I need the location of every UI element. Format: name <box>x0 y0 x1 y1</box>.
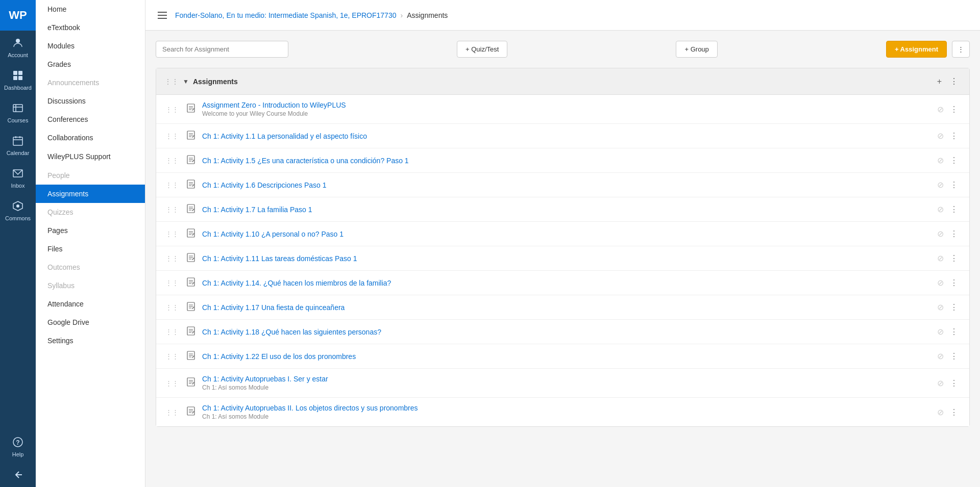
row-drag-handle[interactable]: ⋮⋮ <box>164 180 180 190</box>
row-drag-handle[interactable]: ⋮⋮ <box>164 302 180 312</box>
row-more-button[interactable]: ⋮ <box>947 228 961 240</box>
sidebar-item-calendar[interactable]: Calendar <box>0 129 36 161</box>
assignment-type-icon <box>185 406 197 418</box>
row-drag-handle[interactable]: ⋮⋮ <box>164 378 180 388</box>
row-drag-handle[interactable]: ⋮⋮ <box>164 204 180 214</box>
row-more-button[interactable]: ⋮ <box>947 277 961 289</box>
section-more-button[interactable]: ⋮ <box>947 74 961 88</box>
row-drag-handle[interactable]: ⋮⋮ <box>164 407 180 417</box>
svg-text:?: ? <box>16 439 19 446</box>
row-more-button[interactable]: ⋮ <box>947 179 961 191</box>
assignment-button[interactable]: + Assignment <box>886 41 947 58</box>
row-drag-handle[interactable]: ⋮⋮ <box>164 253 180 263</box>
sidebar-item-account[interactable]: Account <box>0 31 36 63</box>
row-drag-handle[interactable]: ⋮⋮ <box>164 105 180 114</box>
row-actions: ⊘ ⋮ <box>937 228 961 240</box>
row-more-button[interactable]: ⋮ <box>947 377 961 389</box>
sidebar-item-attendance[interactable]: Attendance <box>36 295 145 313</box>
table-row: ⋮⋮ Ch 1: Activity 1.17 Una fiesta de qui… <box>156 295 969 320</box>
row-drag-handle[interactable]: ⋮⋮ <box>164 327 180 337</box>
section-add-button[interactable]: + <box>934 75 945 88</box>
row-drag-handle[interactable]: ⋮⋮ <box>164 278 180 288</box>
row-more-button[interactable]: ⋮ <box>947 326 961 338</box>
row-more-button[interactable]: ⋮ <box>947 104 961 115</box>
row-more-button[interactable]: ⋮ <box>947 203 961 215</box>
row-more-button[interactable]: ⋮ <box>947 301 961 313</box>
assignment-name[interactable]: Ch 1: Activity 1.17 Una fiesta de quince… <box>202 303 932 312</box>
sidebar-item-dashboard[interactable]: Dashboard <box>0 63 36 96</box>
row-drag-handle[interactable]: ⋮⋮ <box>164 351 180 361</box>
sidebar-item-pages[interactable]: Pages <box>36 221 145 240</box>
assignment-info: Ch 1: Activity 1.18 ¿Qué hacen las sigui… <box>202 328 932 336</box>
group-button[interactable]: + Group <box>676 41 717 58</box>
assignment-name[interactable]: Ch 1: Activity Autopruebas I. Ser y esta… <box>202 375 932 383</box>
table-row: ⋮⋮ Ch 1: Activity 1.11 Las tareas domést… <box>156 246 969 271</box>
svg-point-0 <box>16 39 20 43</box>
table-row: ⋮⋮ Ch 1: Activity 1.10 ¿A personal o no?… <box>156 222 969 246</box>
assignment-name[interactable]: Ch 1: Activity 1.6 Descripciones Paso 1 <box>202 181 932 189</box>
row-actions: ⊘ ⋮ <box>937 377 961 389</box>
section-toggle[interactable]: ▼ <box>183 78 189 85</box>
row-more-button[interactable]: ⋮ <box>947 350 961 362</box>
sidebar-collapse-btn[interactable] <box>0 463 36 487</box>
sidebar-item-inbox[interactable]: Inbox <box>0 161 36 194</box>
row-drag-handle[interactable]: ⋮⋮ <box>164 131 180 141</box>
sidebar-item-google-drive[interactable]: Google Drive <box>36 313 145 331</box>
row-actions: ⊘ ⋮ <box>937 277 961 289</box>
assignment-name[interactable]: Ch 1: Activity 1.7 La familia Paso 1 <box>202 206 932 214</box>
more-options-button[interactable]: ⋮ <box>952 41 970 58</box>
sidebar-item-commons[interactable]: Commons <box>0 194 36 226</box>
sidebar-item-people: People <box>36 166 145 185</box>
sidebar-item-home[interactable]: Home <box>36 0 145 18</box>
sidebar-item-etextbook[interactable]: eTextbook <box>36 18 145 37</box>
row-actions: ⊘ ⋮ <box>937 104 961 115</box>
no-submission-icon: ⊘ <box>937 278 944 288</box>
hamburger-button[interactable] <box>156 10 169 21</box>
sidebar-item-grades[interactable]: Grades <box>36 55 145 73</box>
sidebar-item-files[interactable]: Files <box>36 240 145 258</box>
sidebar-item-settings[interactable]: Settings <box>36 331 145 350</box>
row-more-button[interactable]: ⋮ <box>947 252 961 264</box>
sidebar-item-assignments[interactable]: Assignments <box>36 185 145 203</box>
assignment-subtitle: Ch 1: Así somos Module <box>202 384 932 391</box>
sidebar-item-conferences[interactable]: Conferences <box>36 110 145 129</box>
quiz-test-button[interactable]: + Quiz/Test <box>457 41 507 58</box>
sidebar-item-courses[interactable]: Courses <box>0 96 36 129</box>
breadcrumb: Fonder-Solano, En tu medio: Intermediate… <box>175 11 448 19</box>
table-row: ⋮⋮ Ch 1: Activity Autopruebas I. Ser y e… <box>156 369 969 398</box>
row-drag-handle[interactable]: ⋮⋮ <box>164 229 180 239</box>
app-logo[interactable]: WP <box>0 0 36 31</box>
sidebar-item-discussions[interactable]: Discussions <box>36 92 145 110</box>
section-drag-handle[interactable]: ⋮⋮ <box>164 78 179 86</box>
assignment-name[interactable]: Ch 1: Activity 1.1 La personalidad y el … <box>202 132 932 140</box>
sidebar-item-wileyplusSupport[interactable]: WileyPLUS Support <box>36 147 145 166</box>
assignment-name[interactable]: Ch 1: Activity 1.22 El uso de los dos pr… <box>202 352 932 361</box>
assignment-info: Ch 1: Activity 1.6 Descripciones Paso 1 <box>202 181 932 189</box>
row-more-button[interactable]: ⋮ <box>947 155 961 166</box>
sidebar-item-modules[interactable]: Modules <box>36 37 145 55</box>
assignment-name[interactable]: Ch 1: Activity 1.10 ¿A personal o no? Pa… <box>202 230 932 238</box>
svg-rect-3 <box>13 76 17 80</box>
no-submission-icon: ⊘ <box>937 229 944 239</box>
assignment-info: Ch 1: Activity 1.1 La personalidad y el … <box>202 132 932 140</box>
assignment-name[interactable]: Ch 1: Activity 1.18 ¿Qué hacen las sigui… <box>202 328 932 336</box>
inbox-label: Inbox <box>11 183 25 189</box>
assignment-name[interactable]: Assignment Zero - Introduction to WileyP… <box>202 101 932 109</box>
no-submission-icon: ⊘ <box>937 407 944 417</box>
assignment-name[interactable]: Ch 1: Activity 1.5 ¿Es una característic… <box>202 157 932 165</box>
no-submission-icon: ⊘ <box>937 156 944 165</box>
table-row: ⋮⋮ Ch 1: Activity 1.18 ¿Qué hacen las si… <box>156 320 969 344</box>
breadcrumb-course[interactable]: Fonder-Solano, En tu medio: Intermediate… <box>175 11 396 19</box>
assignment-name[interactable]: Ch 1: Activity 1.11 Las tareas doméstica… <box>202 254 932 263</box>
sidebar-item-collaborations[interactable]: Collaborations <box>36 129 145 147</box>
search-input[interactable] <box>156 41 288 58</box>
row-drag-handle[interactable]: ⋮⋮ <box>164 156 180 165</box>
commons-label: Commons <box>5 215 31 221</box>
row-more-button[interactable]: ⋮ <box>947 130 961 142</box>
assignment-name[interactable]: Ch 1: Activity Autopruebas II. Los objet… <box>202 404 932 412</box>
sidebar-item-help[interactable]: ? Help <box>0 430 36 463</box>
no-submission-icon: ⊘ <box>937 327 944 337</box>
row-more-button[interactable]: ⋮ <box>947 406 961 418</box>
row-actions: ⊘ ⋮ <box>937 155 961 166</box>
assignment-name[interactable]: Ch 1: Activity 1.14. ¿Qué hacen los miem… <box>202 279 932 287</box>
